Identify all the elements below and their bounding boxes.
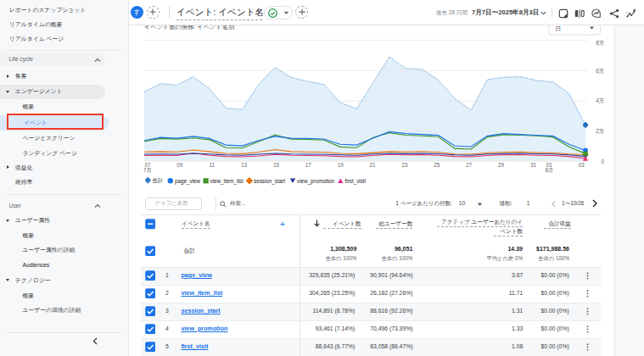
svg-text:8月: 8月 [545,167,553,174]
svg-text:21: 21 [370,162,377,168]
svg-text:session_start: session_start [254,178,285,185]
svg-text:17: 17 [305,162,312,168]
svg-text:15: 15 [273,162,280,168]
svg-text:31: 31 [530,162,537,168]
svg-text:03: 03 [579,162,585,168]
svg-text:first_visit: first_visit [345,178,367,185]
svg-text:19: 19 [338,162,344,168]
svg-text:7月: 7月 [143,167,152,174]
svg-text:29: 29 [498,162,505,168]
svg-text:4万: 4万 [596,97,604,103]
svg-text:23: 23 [401,162,408,168]
svg-text:6万: 6万 [596,68,604,74]
svg-text:0: 0 [601,159,604,164]
svg-text:27: 27 [466,162,473,168]
svg-text:page_view: page_view [175,178,201,185]
svg-text:13: 13 [241,162,248,168]
svg-text:11: 11 [209,162,215,168]
svg-text:2万: 2万 [596,128,604,134]
svg-text:合計: 合計 [153,177,164,184]
svg-text:8万: 8万 [596,40,604,46]
svg-text:日: 日 [556,25,562,32]
svg-text:09: 09 [176,162,183,168]
svg-text:view_item_list: view_item_list [210,178,244,185]
svg-text:25: 25 [434,162,440,168]
svg-text:view_promotion: view_promotion [297,178,335,185]
svg-text:イベント数の推移: イベント名別: イベント数の推移: イベント名別 [144,25,234,31]
